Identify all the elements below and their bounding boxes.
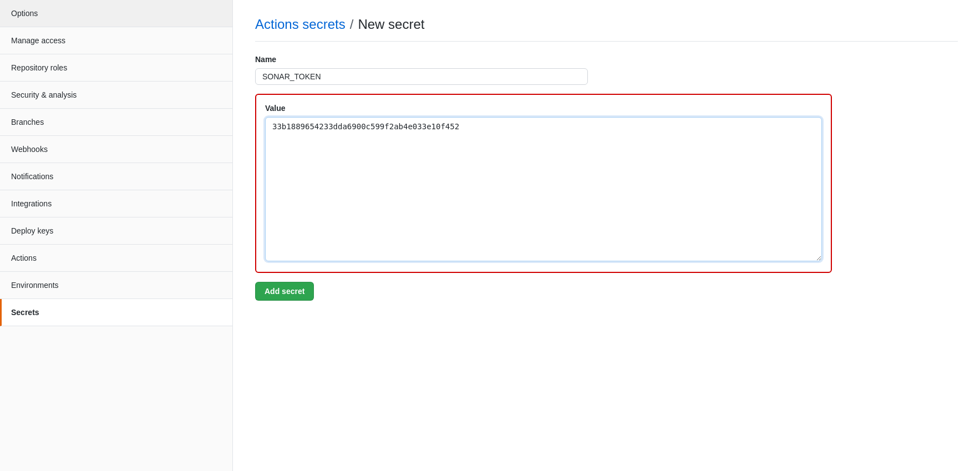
breadcrumb-current: New secret bbox=[358, 17, 424, 32]
sidebar-item-secrets[interactable]: Secrets bbox=[0, 299, 232, 326]
sidebar-item-actions[interactable]: Actions bbox=[0, 245, 232, 272]
breadcrumb-link[interactable]: Actions secrets bbox=[255, 17, 346, 32]
sidebar-item-manage-access[interactable]: Manage access bbox=[0, 27, 232, 54]
sidebar-item-environments[interactable]: Environments bbox=[0, 272, 232, 299]
value-section: Value bbox=[255, 94, 832, 273]
add-secret-button[interactable]: Add secret bbox=[255, 282, 314, 301]
sidebar-item-security-analysis[interactable]: Security & analysis bbox=[0, 82, 232, 109]
form-section: Name Value Add secret bbox=[255, 55, 832, 301]
sidebar-item-deploy-keys[interactable]: Deploy keys bbox=[0, 217, 232, 245]
sidebar-item-webhooks[interactable]: Webhooks bbox=[0, 136, 232, 163]
sidebar-item-repository-roles[interactable]: Repository roles bbox=[0, 54, 232, 82]
name-input[interactable] bbox=[255, 68, 588, 85]
sidebar-item-options[interactable]: Options bbox=[0, 0, 232, 27]
value-textarea[interactable] bbox=[265, 117, 822, 261]
name-label: Name bbox=[255, 55, 832, 64]
breadcrumb: Actions secrets / New secret bbox=[255, 17, 958, 42]
sidebar-item-notifications[interactable]: Notifications bbox=[0, 163, 232, 190]
sidebar: OptionsManage accessRepository rolesSecu… bbox=[0, 0, 233, 471]
main-content: Actions secrets / New secret Name Value … bbox=[233, 0, 980, 471]
breadcrumb-separator: / bbox=[350, 17, 354, 32]
name-group: Name bbox=[255, 55, 832, 85]
sidebar-item-branches[interactable]: Branches bbox=[0, 109, 232, 136]
sidebar-item-integrations[interactable]: Integrations bbox=[0, 190, 232, 217]
value-label: Value bbox=[265, 104, 822, 113]
